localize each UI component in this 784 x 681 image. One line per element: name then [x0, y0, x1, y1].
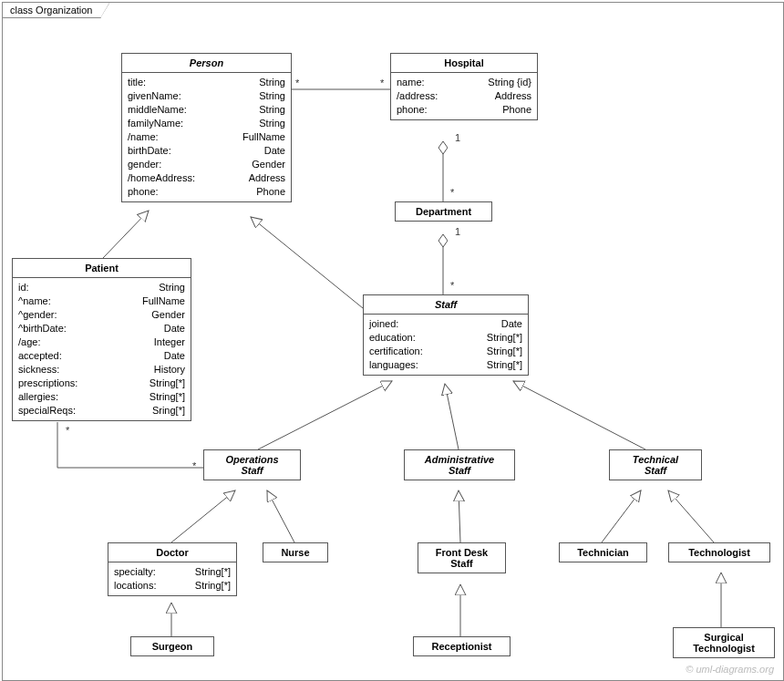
- class-person-title: Person: [122, 54, 291, 73]
- svg-line-11: [602, 490, 641, 542]
- attribute-row: locations:String[*]: [114, 579, 231, 593]
- attribute-row: specialty:String[*]: [114, 565, 231, 579]
- class-technician-title: Technician: [560, 543, 646, 562]
- class-technologist-title: Technologist: [669, 543, 769, 562]
- attribute-row: ^birthDate:Date: [18, 322, 185, 335]
- class-operations-staff: Operations Staff: [203, 449, 301, 480]
- class-technician: Technician: [559, 542, 647, 562]
- class-receptionist: Receptionist: [413, 636, 511, 656]
- class-technologist: Technologist: [668, 542, 770, 562]
- class-staff-attrs: joined:Dateeducation:String[*]certificat…: [364, 315, 528, 375]
- class-surgical-technologist-title: Surgical Technologist: [674, 628, 774, 657]
- class-administrative-staff-title: Administrative Staff: [405, 450, 514, 480]
- class-hospital: Hospital name:String {id}/address:Addres…: [390, 53, 538, 120]
- attribute-row: gender:Gender: [128, 158, 285, 171]
- class-doctor: Doctor specialty:String[*]locations:Stri…: [108, 542, 237, 596]
- class-operations-staff-title: Operations Staff: [204, 450, 300, 480]
- mult-person-hospital-right: *: [379, 77, 385, 88]
- svg-line-6: [445, 384, 459, 449]
- mult-patient-ops-left: *: [65, 425, 70, 436]
- svg-line-3: [103, 211, 149, 258]
- class-person-attrs: title:StringgivenName:StringmiddleName:S…: [122, 73, 291, 201]
- class-administrative-staff: Administrative Staff: [404, 449, 515, 480]
- svg-line-8: [171, 490, 235, 542]
- svg-line-12: [668, 490, 714, 542]
- class-patient-attrs: id:String^name:FullName^gender:Gender^bi…: [13, 278, 191, 420]
- class-nurse-title: Nurse: [263, 543, 327, 562]
- frame-title: class Organization: [10, 5, 93, 15]
- class-surgeon-title: Surgeon: [131, 637, 213, 655]
- attribute-row: /homeAddress:Address: [128, 171, 285, 185]
- attribute-row: name:String {id}: [397, 76, 531, 89]
- class-department-title: Department: [396, 202, 491, 221]
- mult-dept-staff-top: 1: [454, 226, 461, 237]
- svg-line-5: [258, 381, 392, 449]
- mult-hospital-dept-top: 1: [454, 132, 461, 143]
- attribute-row: birthDate:Date: [128, 144, 285, 158]
- class-surgeon: Surgeon: [130, 636, 214, 656]
- frame-title-tab: class Organization: [2, 2, 101, 18]
- svg-line-4: [251, 217, 363, 308]
- attribute-row: /name:FullName: [128, 130, 285, 144]
- class-front-desk-staff: Front Desk Staff: [418, 542, 506, 573]
- attribute-row: id:String: [18, 281, 185, 294]
- attribute-row: middleName:String: [128, 103, 285, 117]
- class-technical-staff: Technical Staff: [609, 449, 702, 480]
- attribute-row: education:String[*]: [369, 331, 522, 345]
- class-doctor-attrs: specialty:String[*]locations:String[*]: [108, 562, 236, 595]
- mult-hospital-dept-bottom: *: [449, 187, 455, 198]
- attribute-row: title:String: [128, 76, 285, 89]
- class-hospital-attrs: name:String {id}/address:Addressphone:Ph…: [391, 73, 537, 119]
- attribute-row: phone:Phone: [128, 185, 285, 199]
- organization-frame: class Organization Person title:Stringgi…: [2, 2, 784, 681]
- attribute-row: familyName:String: [128, 117, 285, 130]
- svg-line-9: [267, 490, 294, 542]
- mult-person-hospital-left: *: [294, 77, 300, 88]
- attribute-row: givenName:String: [128, 89, 285, 103]
- class-hospital-title: Hospital: [391, 54, 537, 73]
- class-staff-title: Staff: [364, 295, 528, 315]
- attribute-row: accepted:Date: [18, 349, 185, 363]
- class-technical-staff-title: Technical Staff: [610, 450, 701, 480]
- class-nurse: Nurse: [263, 542, 328, 562]
- class-doctor-title: Doctor: [108, 543, 236, 562]
- mult-dept-staff-bottom: *: [449, 280, 455, 291]
- watermark: © uml-diagrams.org: [686, 664, 774, 675]
- attribute-row: phone:Phone: [397, 103, 531, 117]
- class-staff: Staff joined:Dateeducation:String[*]cert…: [363, 294, 529, 376]
- class-receptionist-title: Receptionist: [414, 637, 510, 655]
- class-patient-title: Patient: [13, 259, 191, 278]
- class-person: Person title:StringgivenName:Stringmiddl…: [121, 53, 292, 202]
- attribute-row: allergies:String[*]: [18, 390, 185, 404]
- class-patient: Patient id:String^name:FullName^gender:G…: [12, 258, 191, 421]
- class-front-desk-staff-title: Front Desk Staff: [418, 543, 505, 573]
- attribute-row: /address:Address: [397, 89, 531, 103]
- svg-line-10: [459, 490, 460, 542]
- attribute-row: /age:Integer: [18, 335, 185, 349]
- attribute-row: sickness:History: [18, 363, 185, 377]
- svg-line-7: [513, 381, 645, 449]
- attribute-row: joined:Date: [369, 317, 522, 331]
- attribute-row: specialReqs:Sring[*]: [18, 404, 185, 418]
- class-department: Department: [395, 201, 492, 222]
- attribute-row: certification:String[*]: [369, 345, 522, 358]
- attribute-row: ^name:FullName: [18, 294, 185, 308]
- attribute-row: ^gender:Gender: [18, 308, 185, 322]
- mult-patient-ops-right: *: [191, 460, 197, 471]
- attribute-row: languages:String[*]: [369, 358, 522, 372]
- attribute-row: prescriptions:String[*]: [18, 377, 185, 390]
- class-surgical-technologist: Surgical Technologist: [673, 627, 775, 658]
